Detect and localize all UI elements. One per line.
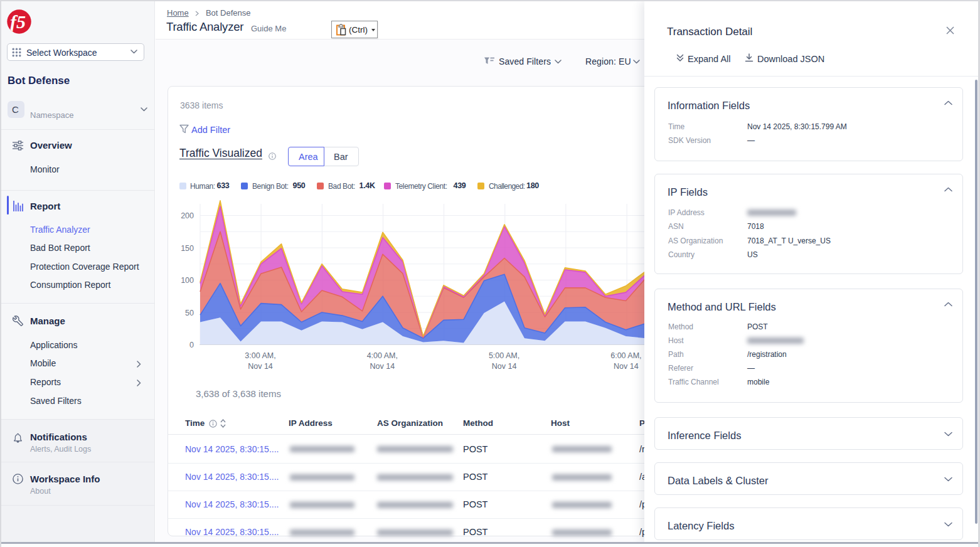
svg-text:Nov 14: Nov 14: [370, 362, 395, 371]
svg-text:4:00 AM,: 4:00 AM,: [367, 351, 398, 360]
svg-text:0: 0: [189, 341, 194, 349]
svg-text:5:00 AM,: 5:00 AM,: [489, 351, 519, 360]
svg-text:50: 50: [185, 309, 194, 317]
svg-text:f5: f5: [10, 11, 26, 32]
svg-text:Nov 14: Nov 14: [492, 362, 517, 371]
svg-text:Nov 14: Nov 14: [248, 362, 273, 371]
svg-text:Nov 14: Nov 14: [614, 362, 639, 371]
svg-text:100: 100: [181, 276, 194, 285]
svg-text:200: 200: [181, 211, 194, 220]
svg-text:6:00 AM,: 6:00 AM,: [610, 351, 641, 360]
svg-text:150: 150: [181, 244, 194, 253]
svg-text:3:00 AM,: 3:00 AM,: [245, 351, 275, 360]
